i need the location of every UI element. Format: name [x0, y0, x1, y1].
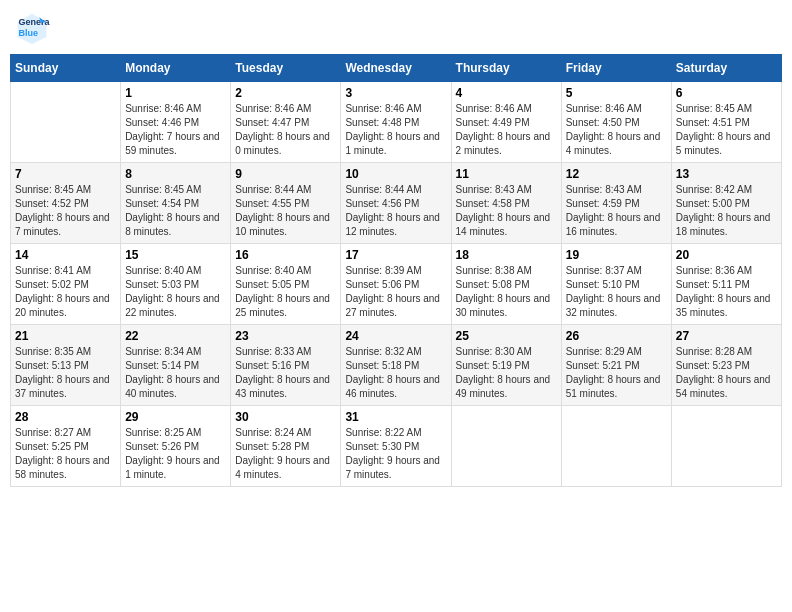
- day-number: 10: [345, 167, 446, 181]
- day-info: Sunrise: 8:38 AMSunset: 5:08 PMDaylight:…: [456, 264, 557, 320]
- day-info: Sunrise: 8:46 AMSunset: 4:48 PMDaylight:…: [345, 102, 446, 158]
- header-friday: Friday: [561, 55, 671, 82]
- header-wednesday: Wednesday: [341, 55, 451, 82]
- calendar-cell: 14Sunrise: 8:41 AMSunset: 5:02 PMDayligh…: [11, 244, 121, 325]
- day-info: Sunrise: 8:46 AMSunset: 4:46 PMDaylight:…: [125, 102, 226, 158]
- calendar-cell: 29Sunrise: 8:25 AMSunset: 5:26 PMDayligh…: [121, 406, 231, 487]
- calendar-cell: 25Sunrise: 8:30 AMSunset: 5:19 PMDayligh…: [451, 325, 561, 406]
- week-row-5: 28Sunrise: 8:27 AMSunset: 5:25 PMDayligh…: [11, 406, 782, 487]
- calendar-cell: 10Sunrise: 8:44 AMSunset: 4:56 PMDayligh…: [341, 163, 451, 244]
- day-info: Sunrise: 8:46 AMSunset: 4:47 PMDaylight:…: [235, 102, 336, 158]
- day-info: Sunrise: 8:43 AMSunset: 4:58 PMDaylight:…: [456, 183, 557, 239]
- day-number: 25: [456, 329, 557, 343]
- header-monday: Monday: [121, 55, 231, 82]
- calendar-cell: 20Sunrise: 8:36 AMSunset: 5:11 PMDayligh…: [671, 244, 781, 325]
- day-info: Sunrise: 8:39 AMSunset: 5:06 PMDaylight:…: [345, 264, 446, 320]
- day-info: Sunrise: 8:37 AMSunset: 5:10 PMDaylight:…: [566, 264, 667, 320]
- day-info: Sunrise: 8:44 AMSunset: 4:55 PMDaylight:…: [235, 183, 336, 239]
- day-info: Sunrise: 8:33 AMSunset: 5:16 PMDaylight:…: [235, 345, 336, 401]
- header-saturday: Saturday: [671, 55, 781, 82]
- header-sunday: Sunday: [11, 55, 121, 82]
- day-number: 2: [235, 86, 336, 100]
- calendar-cell: [11, 82, 121, 163]
- day-number: 5: [566, 86, 667, 100]
- calendar-cell: 17Sunrise: 8:39 AMSunset: 5:06 PMDayligh…: [341, 244, 451, 325]
- day-info: Sunrise: 8:41 AMSunset: 5:02 PMDaylight:…: [15, 264, 116, 320]
- calendar-cell: 1Sunrise: 8:46 AMSunset: 4:46 PMDaylight…: [121, 82, 231, 163]
- day-number: 19: [566, 248, 667, 262]
- day-info: Sunrise: 8:45 AMSunset: 4:51 PMDaylight:…: [676, 102, 777, 158]
- day-info: Sunrise: 8:30 AMSunset: 5:19 PMDaylight:…: [456, 345, 557, 401]
- day-info: Sunrise: 8:34 AMSunset: 5:14 PMDaylight:…: [125, 345, 226, 401]
- calendar-cell: 2Sunrise: 8:46 AMSunset: 4:47 PMDaylight…: [231, 82, 341, 163]
- calendar-cell: 9Sunrise: 8:44 AMSunset: 4:55 PMDaylight…: [231, 163, 341, 244]
- day-number: 13: [676, 167, 777, 181]
- day-number: 22: [125, 329, 226, 343]
- page-header: General Blue: [10, 10, 782, 46]
- day-info: Sunrise: 8:44 AMSunset: 4:56 PMDaylight:…: [345, 183, 446, 239]
- day-info: Sunrise: 8:40 AMSunset: 5:05 PMDaylight:…: [235, 264, 336, 320]
- day-info: Sunrise: 8:45 AMSunset: 4:54 PMDaylight:…: [125, 183, 226, 239]
- calendar-cell: 11Sunrise: 8:43 AMSunset: 4:58 PMDayligh…: [451, 163, 561, 244]
- day-info: Sunrise: 8:46 AMSunset: 4:50 PMDaylight:…: [566, 102, 667, 158]
- day-number: 3: [345, 86, 446, 100]
- day-number: 11: [456, 167, 557, 181]
- logo: General Blue: [14, 10, 54, 46]
- day-number: 9: [235, 167, 336, 181]
- calendar-cell: 5Sunrise: 8:46 AMSunset: 4:50 PMDaylight…: [561, 82, 671, 163]
- calendar-cell: 7Sunrise: 8:45 AMSunset: 4:52 PMDaylight…: [11, 163, 121, 244]
- calendar-cell: 4Sunrise: 8:46 AMSunset: 4:49 PMDaylight…: [451, 82, 561, 163]
- calendar-cell: 26Sunrise: 8:29 AMSunset: 5:21 PMDayligh…: [561, 325, 671, 406]
- calendar-cell: 6Sunrise: 8:45 AMSunset: 4:51 PMDaylight…: [671, 82, 781, 163]
- week-row-1: 1Sunrise: 8:46 AMSunset: 4:46 PMDaylight…: [11, 82, 782, 163]
- day-number: 12: [566, 167, 667, 181]
- week-row-2: 7Sunrise: 8:45 AMSunset: 4:52 PMDaylight…: [11, 163, 782, 244]
- day-number: 14: [15, 248, 116, 262]
- day-number: 8: [125, 167, 226, 181]
- header-tuesday: Tuesday: [231, 55, 341, 82]
- calendar-cell: 19Sunrise: 8:37 AMSunset: 5:10 PMDayligh…: [561, 244, 671, 325]
- calendar-cell: 23Sunrise: 8:33 AMSunset: 5:16 PMDayligh…: [231, 325, 341, 406]
- calendar-cell: 18Sunrise: 8:38 AMSunset: 5:08 PMDayligh…: [451, 244, 561, 325]
- day-number: 17: [345, 248, 446, 262]
- day-number: 31: [345, 410, 446, 424]
- calendar-cell: 3Sunrise: 8:46 AMSunset: 4:48 PMDaylight…: [341, 82, 451, 163]
- day-number: 20: [676, 248, 777, 262]
- day-info: Sunrise: 8:22 AMSunset: 5:30 PMDaylight:…: [345, 426, 446, 482]
- day-info: Sunrise: 8:36 AMSunset: 5:11 PMDaylight:…: [676, 264, 777, 320]
- calendar-cell: 31Sunrise: 8:22 AMSunset: 5:30 PMDayligh…: [341, 406, 451, 487]
- day-number: 30: [235, 410, 336, 424]
- calendar-cell: [561, 406, 671, 487]
- day-number: 28: [15, 410, 116, 424]
- day-info: Sunrise: 8:45 AMSunset: 4:52 PMDaylight:…: [15, 183, 116, 239]
- week-row-4: 21Sunrise: 8:35 AMSunset: 5:13 PMDayligh…: [11, 325, 782, 406]
- calendar-cell: 13Sunrise: 8:42 AMSunset: 5:00 PMDayligh…: [671, 163, 781, 244]
- week-row-3: 14Sunrise: 8:41 AMSunset: 5:02 PMDayligh…: [11, 244, 782, 325]
- day-number: 23: [235, 329, 336, 343]
- calendar-cell: 27Sunrise: 8:28 AMSunset: 5:23 PMDayligh…: [671, 325, 781, 406]
- calendar-cell: 24Sunrise: 8:32 AMSunset: 5:18 PMDayligh…: [341, 325, 451, 406]
- day-number: 18: [456, 248, 557, 262]
- day-info: Sunrise: 8:43 AMSunset: 4:59 PMDaylight:…: [566, 183, 667, 239]
- header-thursday: Thursday: [451, 55, 561, 82]
- day-number: 27: [676, 329, 777, 343]
- day-number: 1: [125, 86, 226, 100]
- day-info: Sunrise: 8:24 AMSunset: 5:28 PMDaylight:…: [235, 426, 336, 482]
- calendar-table: SundayMondayTuesdayWednesdayThursdayFrid…: [10, 54, 782, 487]
- day-number: 26: [566, 329, 667, 343]
- calendar-cell: 8Sunrise: 8:45 AMSunset: 4:54 PMDaylight…: [121, 163, 231, 244]
- calendar-cell: 28Sunrise: 8:27 AMSunset: 5:25 PMDayligh…: [11, 406, 121, 487]
- day-number: 15: [125, 248, 226, 262]
- svg-text:Blue: Blue: [19, 28, 39, 38]
- day-info: Sunrise: 8:42 AMSunset: 5:00 PMDaylight:…: [676, 183, 777, 239]
- calendar-cell: 16Sunrise: 8:40 AMSunset: 5:05 PMDayligh…: [231, 244, 341, 325]
- day-info: Sunrise: 8:35 AMSunset: 5:13 PMDaylight:…: [15, 345, 116, 401]
- calendar-cell: [671, 406, 781, 487]
- calendar-cell: 12Sunrise: 8:43 AMSunset: 4:59 PMDayligh…: [561, 163, 671, 244]
- day-number: 4: [456, 86, 557, 100]
- day-info: Sunrise: 8:40 AMSunset: 5:03 PMDaylight:…: [125, 264, 226, 320]
- calendar-cell: 21Sunrise: 8:35 AMSunset: 5:13 PMDayligh…: [11, 325, 121, 406]
- day-info: Sunrise: 8:25 AMSunset: 5:26 PMDaylight:…: [125, 426, 226, 482]
- day-info: Sunrise: 8:29 AMSunset: 5:21 PMDaylight:…: [566, 345, 667, 401]
- day-number: 24: [345, 329, 446, 343]
